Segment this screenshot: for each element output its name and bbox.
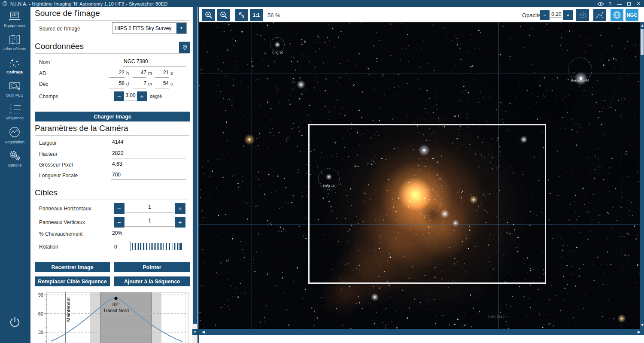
chart-ytick-90: 90: [38, 292, 43, 297]
profile-eye-button[interactable]: [596, 0, 605, 7]
equipment-icon: [8, 11, 21, 22]
source-heading: Source de l'image: [35, 9, 189, 21]
sky-label-ngc7380: NGC 7380: [488, 315, 504, 319]
ra-hours-unit: h: [126, 70, 129, 76]
maximize-button[interactable]: [624, 0, 634, 7]
one-to-one-button[interactable]: 1:1: [250, 9, 263, 21]
dec-minutes-unit: m: [148, 81, 152, 86]
ra-hours-field[interactable]: 22: [109, 70, 125, 78]
chart-ytick-60: 60: [38, 311, 43, 316]
help-button[interactable]: ?: [605, 0, 615, 7]
sky-grid-toggle-button[interactable]: [611, 9, 623, 21]
zoom-out-button[interactable]: [217, 9, 230, 21]
opacity-label: Opacité: [522, 12, 541, 18]
sidebar-item-equipement[interactable]: Équipement: [0, 11, 29, 28]
ngc-overlay-toggle-button[interactable]: NGC: [626, 9, 638, 21]
rotation-slider-track[interactable]: [132, 243, 179, 250]
sky-label-berkeley94: Berkeley 94: [571, 79, 589, 82]
window-title: N.I.N.A. - Nighttime Imaging 'N' Astrono…: [10, 1, 167, 6]
sky-image-container: King 10 Berkeley 94 King 18 NGC 7380: [199, 22, 640, 329]
power-icon: [8, 316, 22, 330]
sidebar-item-outil-plu[interactable]: Outil PLU: [0, 80, 29, 97]
targets-heading: Cibles: [35, 188, 189, 200]
zoom-percent-label: 56 %: [267, 12, 280, 18]
ra-label: AD: [39, 70, 46, 76]
recenter-image-button[interactable]: Recentrer Image: [35, 262, 110, 272]
overlap-field[interactable]: 20%: [111, 230, 186, 238]
dec-seconds-field[interactable]: 54: [155, 80, 169, 88]
constellation-toggle-button[interactable]: [593, 9, 606, 21]
load-image-button[interactable]: Charger Image: [35, 112, 190, 121]
vertical-panels-field[interactable]: 1: [125, 218, 174, 227]
location-pin-icon: [182, 44, 188, 51]
fov-field[interactable]: 3.00: [125, 92, 137, 100]
horizontal-scrollbar: ◀ ▶: [199, 329, 644, 335]
fov-unit: degré: [150, 94, 162, 99]
sky-viewer: 1:1 56 % Opacité − 0.20 + NGC: [199, 7, 644, 343]
scroll-right-arrow[interactable]: ▶: [638, 330, 641, 334]
width-field[interactable]: 4144: [111, 139, 186, 147]
rotation-value: 0: [114, 244, 117, 250]
opacity-decrease-button[interactable]: −: [540, 10, 550, 20]
vertical-panels-increase-button[interactable]: +: [175, 217, 185, 228]
fov-label: Champs: [39, 94, 58, 100]
ra-seconds-unit: s: [170, 70, 173, 76]
rotation-slider-thumb[interactable]: [126, 242, 131, 251]
horizontal-panels-decrease-button[interactable]: −: [114, 203, 125, 214]
vertical-scrollbar-thumb[interactable]: [641, 29, 644, 55]
fov-decrease-button[interactable]: −: [114, 91, 124, 101]
vertical-panels-decrease-button[interactable]: −: [114, 217, 125, 228]
image-source-dropdown[interactable]: HIPS 2 FITS Sky Survey ▼: [112, 22, 187, 34]
rotation-label: Rotation: [39, 244, 58, 250]
close-button[interactable]: ✕: [634, 0, 643, 7]
camera-heading: Paramètres de la Caméra: [35, 124, 189, 136]
flat-panel-icon: [8, 80, 21, 92]
name-field[interactable]: NGC 7380: [123, 58, 186, 67]
add-to-sequence-button[interactable]: Ajouter à la Séquence: [114, 276, 190, 286]
sky-atlas-icon: [8, 34, 21, 46]
app-logo-icon: [2, 1, 8, 6]
opacity-increase-button[interactable]: +: [563, 10, 573, 20]
sidebar-item-acquisition[interactable]: Acquisition: [0, 126, 29, 144]
fit-to-view-button[interactable]: [235, 9, 248, 21]
sidebar-item-options[interactable]: Options: [0, 149, 29, 167]
coordinates-from-planetarium-button[interactable]: [179, 42, 190, 53]
horizontal-panels-increase-button[interactable]: +: [175, 203, 185, 214]
ra-seconds-field[interactable]: 21: [155, 70, 169, 78]
scroll-down-arrow[interactable]: ▼: [641, 323, 644, 327]
gear-icon: [8, 149, 21, 162]
vertical-scrollbar: ▲ ▼: [640, 22, 644, 329]
dec-minutes-field[interactable]: 7: [133, 80, 146, 88]
cluster-circle-berkeley94: [568, 58, 592, 82]
dec-degrees-field[interactable]: 58: [109, 80, 125, 88]
horizontal-panels-field[interactable]: 1: [125, 204, 174, 213]
framing-rectangle[interactable]: [308, 124, 546, 284]
slew-button[interactable]: Pointer: [114, 262, 190, 272]
sidebar-item-sequence[interactable]: ☆ ☆ ☆ Séquence: [0, 103, 29, 120]
opacity-value-field[interactable]: 0.20: [550, 11, 562, 18]
panel-scrollbar-thumb[interactable]: [193, 7, 197, 324]
ra-minutes-field[interactable]: 47: [133, 70, 146, 78]
scroll-up-arrow[interactable]: ▲: [641, 24, 644, 27]
altitude-chart: 90 60 30 Maintenant 82° Transit Nord: [35, 290, 190, 343]
sidebar-item-atlas-celeste[interactable]: Atlas céleste: [0, 34, 29, 51]
sidebar-item-cadrage[interactable]: Cadrage: [0, 57, 29, 74]
dec-label: Dec: [39, 81, 48, 87]
overlap-label: % Chevauchement: [39, 231, 82, 237]
scroll-left-arrow[interactable]: ◀: [202, 330, 205, 334]
app-window: N.I.N.A. - Nighttime Imaging 'N' Astrono…: [0, 0, 644, 343]
replace-sequence-target-button[interactable]: Remplacer Cible Séquence: [35, 276, 110, 286]
minimize-button[interactable]: —: [615, 0, 624, 7]
image-source-value: HIPS 2 FITS Sky Survey: [112, 23, 176, 33]
pixel-size-field[interactable]: 4.63: [111, 161, 186, 169]
focal-length-field[interactable]: 700: [111, 172, 186, 180]
fov-increase-button[interactable]: +: [137, 91, 147, 101]
zoom-in-button[interactable]: [202, 9, 215, 21]
power-button[interactable]: [8, 316, 22, 331]
dec-degrees-unit: d: [126, 81, 129, 86]
ra-minutes-unit: m: [148, 70, 152, 76]
chevron-down-icon: ▼: [176, 23, 186, 33]
dso-outlines-toggle-button[interactable]: [576, 9, 589, 21]
height-field[interactable]: 2822: [111, 150, 186, 158]
panel-scroll-down-button[interactable]: ▼: [192, 329, 197, 335]
